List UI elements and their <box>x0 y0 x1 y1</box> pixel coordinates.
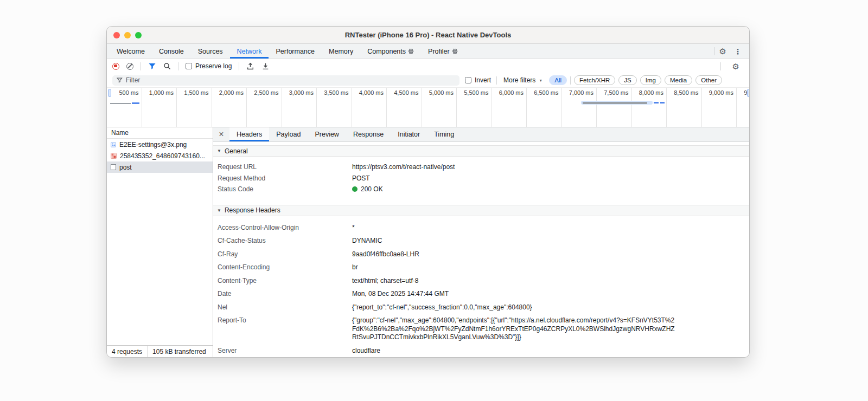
detail-tab-timing[interactable]: Timing <box>427 127 461 141</box>
titlebar: RNTester (iPhone 16 Pro) - React Native … <box>107 27 749 44</box>
timeline-tick: 5,000 ms <box>422 88 457 127</box>
detail-tab-payload[interactable]: Payload <box>269 127 308 141</box>
detail-tab-preview[interactable]: Preview <box>308 127 346 141</box>
tab-console[interactable]: Console <box>152 44 191 59</box>
filter-pill-media[interactable]: Media <box>665 75 692 85</box>
timeline-tick: 4,000 ms <box>352 88 387 127</box>
header-value: DYNAMIC <box>352 237 382 245</box>
header-value: {"report_to":"cf-nel","success_fraction"… <box>352 303 532 312</box>
request-row-e2ee-settings[interactable]: E2EE-settings@3x.png <box>107 139 213 150</box>
header-value: 9aad0f46ffbc0ae8-LHR <box>352 250 419 259</box>
filter-pill-js[interactable]: JS <box>618 75 636 85</box>
timeline-tick: 9,000 ms <box>702 88 737 127</box>
header-value: br <box>352 263 358 272</box>
detail-tab-headers[interactable]: Headers <box>229 127 269 141</box>
import-har-icon[interactable] <box>246 62 254 70</box>
header-row: Cf-Ray9aad0f46ffbc0ae8-LHR <box>213 250 749 259</box>
tab-label: Network <box>237 48 262 55</box>
checkbox-box[interactable] <box>186 63 192 69</box>
detail-tab-initiator[interactable]: Initiator <box>391 127 427 141</box>
minimize-window-button[interactable] <box>124 32 131 38</box>
divider <box>720 62 721 70</box>
waterfall-bar <box>132 102 139 104</box>
tab-label: Welcome <box>117 48 145 55</box>
header-name: Nel <box>218 303 352 312</box>
tab-welcome[interactable]: Welcome <box>110 44 152 59</box>
header-name: Date <box>218 290 352 298</box>
header-row: Report-To{"group":"cf-nel","max_age":604… <box>213 316 749 342</box>
tab-performance[interactable]: Performance <box>269 44 322 59</box>
header-name: Report-To <box>218 316 352 325</box>
network-overview-timeline[interactable]: 500 ms1,000 ms1,500 ms2,000 ms2,500 ms3,… <box>107 87 749 127</box>
header-row: Access-Control-Allow-Origin* <box>213 224 749 232</box>
export-har-icon[interactable] <box>261 62 270 70</box>
header-row: Cf-Cache-StatusDYNAMIC <box>213 237 749 245</box>
filter-funnel-icon[interactable] <box>148 63 156 70</box>
header-row: Request MethodPOST <box>213 174 749 183</box>
requests-count: 4 requests <box>107 348 147 355</box>
name-column-header[interactable]: Name <box>107 127 213 139</box>
request-details-panel: × Headers Payload Preview Response Initi… <box>213 127 749 357</box>
timeline-tick: 6,500 ms <box>527 88 562 127</box>
zoom-window-button[interactable] <box>135 32 142 38</box>
filter-pill-other[interactable]: Other <box>695 75 722 85</box>
request-details-tab-bar: × Headers Payload Preview Response Initi… <box>213 127 749 142</box>
waterfall-bar <box>583 102 647 104</box>
request-row-post[interactable]: post <box>107 161 213 173</box>
record-network-log-button[interactable] <box>112 63 119 70</box>
filter-pill-all[interactable]: All <box>549 75 567 85</box>
checkbox-box[interactable] <box>465 77 471 83</box>
image-file-icon <box>111 142 116 147</box>
network-filter-bar: Invert More filters ▼ All Fetch/XHR JS I… <box>107 73 749 87</box>
request-row-258435352[interactable]: 258435352_648609743160... <box>107 150 213 161</box>
network-settings-gear-icon[interactable]: ⚙ <box>728 62 744 70</box>
status-ok-dot-icon <box>352 186 358 192</box>
filter-pill-fetch-xhr[interactable]: Fetch/XHR <box>574 75 615 85</box>
waterfall-bar <box>660 102 665 104</box>
preserve-log-label: Preserve log <box>195 62 232 70</box>
timeline-tick: 6,000 ms <box>492 88 527 127</box>
tab-memory[interactable]: Memory <box>322 44 360 59</box>
invert-checkbox[interactable]: Invert <box>465 76 491 84</box>
filter-pill-img[interactable]: Img <box>640 75 661 85</box>
waterfall-bar <box>654 102 659 104</box>
more-filters-dropdown[interactable]: More filters ▼ <box>502 76 544 84</box>
tab-network[interactable]: Network <box>230 44 269 59</box>
filter-input-wrapper[interactable] <box>112 75 459 86</box>
search-icon[interactable] <box>163 62 171 70</box>
tab-bar-right: ⚙ ⋮ <box>714 44 749 59</box>
preserve-log-checkbox[interactable]: Preserve log <box>186 62 232 70</box>
clear-network-log-icon[interactable] <box>126 63 133 70</box>
timeline-left-handle[interactable] <box>108 89 111 97</box>
divider <box>496 76 497 85</box>
detail-tab-response[interactable]: Response <box>346 127 391 141</box>
timeline-tick: 1,500 ms <box>177 88 212 127</box>
filter-input[interactable] <box>126 76 455 84</box>
close-details-icon[interactable]: × <box>213 127 229 141</box>
header-value: https://ptsv3.com/t/react-native/post <box>352 163 455 172</box>
request-type-filters: All Fetch/XHR JS Img Media Other <box>549 75 722 85</box>
timeline-right-handle[interactable] <box>747 89 749 97</box>
devtools-settings-gear-icon[interactable]: ⚙ <box>715 47 731 55</box>
request-name: E2EE-settings@3x.png <box>119 141 187 148</box>
filter-small-funnel-icon <box>117 77 123 83</box>
general-section-header[interactable]: ▼ General <box>213 145 749 157</box>
header-value: text/html; charset=utf-8 <box>352 277 418 286</box>
timeline-tick: 7,500 ms <box>597 88 632 127</box>
timeline-tick: 1,000 ms <box>142 88 177 127</box>
devtools-menu-kebab-icon[interactable]: ⋮ <box>731 48 745 55</box>
tab-label: Console <box>159 48 184 55</box>
header-row: Servercloudflare <box>213 347 749 355</box>
close-window-button[interactable] <box>113 32 120 38</box>
header-value: {"group":"cf-nel","max_age":604800,"endp… <box>352 316 678 342</box>
headers-tab-content: ▼ General Request URLhttps://ptsv3.com/t… <box>213 142 749 357</box>
tab-sources[interactable]: Sources <box>191 44 230 59</box>
tab-profiler[interactable]: Profiler <box>421 44 465 59</box>
tab-components[interactable]: Components <box>360 44 421 59</box>
request-name: 258435352_648609743160... <box>120 152 205 160</box>
invert-label: Invert <box>475 76 491 84</box>
header-name: Access-Control-Allow-Origin <box>218 224 352 232</box>
response-headers-section-header[interactable]: ▼ Response Headers <box>213 205 749 216</box>
timeline-tick: 3,000 ms <box>282 88 317 127</box>
window-title: RNTester (iPhone 16 Pro) - React Native … <box>345 31 512 39</box>
